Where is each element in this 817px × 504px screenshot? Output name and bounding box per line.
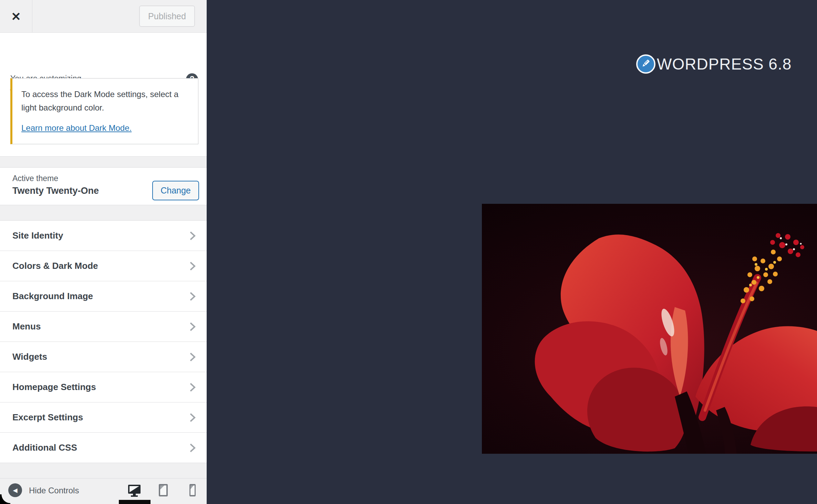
section-label: Site Identity — [12, 230, 63, 241]
preview-mobile-button[interactable] — [184, 482, 201, 500]
active-theme-section: Active theme Twenty Twenty-One Change — [0, 168, 207, 205]
hibiscus-photo — [482, 204, 817, 454]
preview-site-title: WORDPRESS 6.8 — [657, 55, 792, 73]
edit-pencil-icon — [641, 58, 651, 70]
preview-tablet-button[interactable] — [155, 482, 172, 500]
smartphone-icon — [185, 482, 200, 500]
section-label: Widgets — [12, 351, 47, 362]
section-label: Additional CSS — [12, 442, 77, 453]
section-divider-band — [0, 156, 207, 168]
sidebar-item-background-image[interactable]: Background Image — [0, 281, 207, 312]
sidebar-item-colors-dark-mode[interactable]: Colors & Dark Mode — [0, 251, 207, 281]
active-theme-label: Active theme — [12, 174, 58, 183]
chevron-right-icon — [189, 412, 196, 423]
edit-site-title-button[interactable] — [636, 54, 655, 74]
chevron-right-icon — [189, 381, 196, 393]
section-label: Background Image — [12, 291, 93, 302]
notice-text: To access the Dark Mode settings, select… — [21, 87, 190, 114]
collapse-arrow-icon: ◀ — [13, 487, 17, 494]
hide-controls-label[interactable]: Hide Controls — [29, 486, 79, 495]
customizer-topbar: ✕ Published — [0, 0, 207, 33]
dark-mode-notice: To access the Dark Mode settings, select… — [10, 78, 198, 144]
close-customizer-button[interactable]: ✕ — [0, 0, 32, 33]
customizer-footer: ◀ Hide Controls — [0, 478, 207, 504]
desktop-icon — [126, 482, 142, 500]
change-theme-button[interactable]: Change — [152, 181, 199, 200]
section-label: Excerpt Settings — [12, 412, 83, 423]
preview-desktop-button[interactable] — [126, 482, 143, 500]
close-icon: ✕ — [11, 10, 21, 23]
wordpress-customizer-screen: ✕ Published You are customizing ? WordPr… — [0, 0, 817, 504]
chevron-right-icon — [189, 260, 196, 272]
chevron-right-icon — [189, 351, 196, 363]
customizer-info-section: You are customizing ? WordPress 6.8 To a… — [0, 33, 207, 156]
sidebar-item-menus[interactable]: Menus — [0, 312, 207, 342]
section-label: Colors & Dark Mode — [12, 261, 98, 271]
sidebar-item-excerpt-settings[interactable]: Excerpt Settings — [0, 402, 207, 433]
active-theme-name: Twenty Twenty-One — [12, 186, 99, 196]
sidebar-item-additional-css[interactable]: Additional CSS — [0, 433, 207, 463]
site-preview-pane: WORDPRESS 6.8 — [207, 0, 817, 504]
sidebar-item-widgets[interactable]: Widgets — [0, 342, 207, 372]
window-corner — [0, 494, 10, 504]
sidebar-item-homepage-settings[interactable]: Homepage Settings — [0, 372, 207, 402]
site-header: WORDPRESS 6.8 — [636, 54, 792, 74]
learn-more-link[interactable]: Learn more about Dark Mode. — [21, 122, 132, 134]
section-label: Homepage Settings — [12, 382, 96, 392]
section-label: Menus — [12, 321, 41, 332]
chevron-right-icon — [189, 230, 196, 242]
tablet-icon — [155, 482, 171, 500]
customizer-section-list: Site Identity Colors & Dark Mode Backgro… — [0, 220, 207, 463]
chevron-right-icon — [189, 442, 196, 454]
dock-fragment — [119, 500, 151, 504]
collapse-sidebar-button[interactable]: ◀ — [8, 483, 22, 497]
published-button[interactable]: Published — [139, 6, 195, 27]
chevron-right-icon — [189, 321, 196, 333]
sidebar-item-site-identity[interactable]: Site Identity — [0, 221, 207, 251]
chevron-right-icon — [189, 291, 196, 302]
customizer-sidebar: ✕ Published You are customizing ? WordPr… — [0, 0, 207, 504]
